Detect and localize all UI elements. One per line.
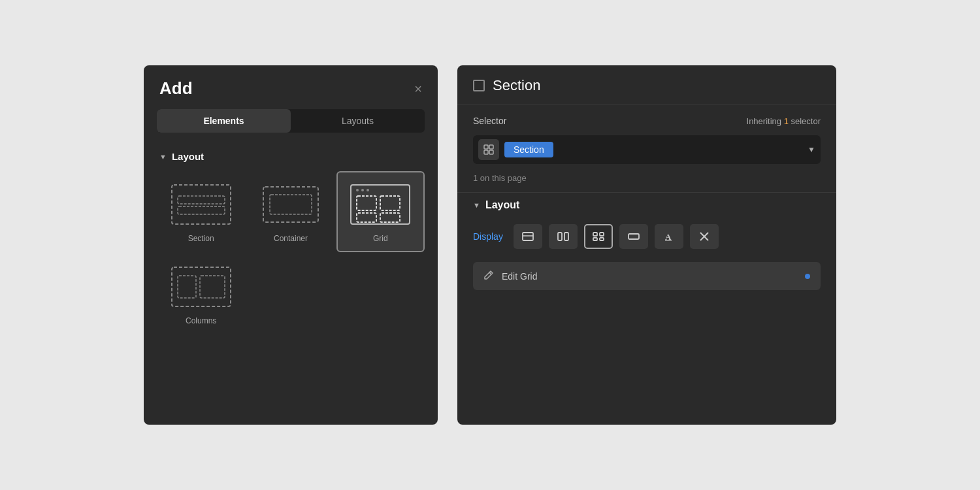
svg-rect-15 — [200, 276, 225, 298]
svg-rect-23 — [564, 233, 568, 240]
chevron-down-icon: ▼ — [159, 153, 167, 161]
layout-item-container[interactable]: Container — [246, 171, 335, 252]
layout-section-header: ▼ Layout — [144, 146, 438, 171]
layout-item-grid[interactable]: Grid — [336, 171, 425, 252]
display-btn-grid[interactable] — [584, 224, 613, 249]
svg-point-7 — [361, 189, 364, 191]
selector-label: Selector — [473, 116, 506, 126]
right-layout-header: ▼ Layout — [457, 192, 836, 221]
svg-rect-0 — [172, 185, 231, 224]
display-row: Display — [457, 221, 836, 262]
section-icon — [169, 182, 234, 227]
selector-bar[interactable]: Section ▼ — [473, 135, 821, 164]
tab-elements[interactable]: Elements — [157, 109, 291, 133]
layout-item-columns[interactable]: Columns — [157, 253, 245, 335]
display-btn-text[interactable]: A — [655, 224, 683, 249]
right-chevron-down-icon: ▼ — [473, 201, 480, 209]
display-btn-none[interactable] — [690, 224, 719, 249]
svg-rect-18 — [484, 150, 488, 154]
edit-grid-button[interactable]: Edit Grid — [473, 262, 821, 290]
svg-rect-13 — [172, 267, 231, 306]
section-checkbox-icon[interactable] — [473, 80, 485, 91]
layout-item-grid-label: Grid — [373, 234, 388, 243]
svg-rect-19 — [489, 150, 493, 154]
layout-item-container-label: Container — [274, 234, 308, 243]
page-count: 1 on this page — [457, 171, 836, 192]
svg-rect-25 — [600, 233, 604, 236]
svg-line-33 — [489, 272, 491, 274]
edit-grid-label: Edit Grid — [502, 271, 537, 282]
right-panel-title: Section — [493, 77, 540, 94]
selector-chevron-icon: ▼ — [808, 145, 815, 154]
svg-rect-4 — [270, 195, 312, 214]
left-panel-header: Add × — [144, 65, 438, 109]
svg-rect-26 — [593, 238, 597, 240]
display-btn-inline[interactable] — [619, 224, 648, 249]
display-btn-flex[interactable] — [549, 224, 578, 249]
columns-icon — [169, 264, 234, 310]
selector-icon-box — [478, 139, 499, 160]
svg-rect-2 — [178, 206, 225, 214]
svg-rect-22 — [558, 233, 562, 240]
inheriting-count: 1 — [784, 116, 791, 126]
right-panel-header: Section — [457, 65, 836, 105]
right-panel: Section Selector Inheriting 1 selector S… — [457, 65, 836, 425]
svg-point-8 — [367, 189, 369, 191]
svg-point-6 — [356, 189, 359, 191]
layout-item-section[interactable]: Section — [157, 171, 245, 252]
add-panel-title: Add — [159, 78, 193, 99]
grid-icon — [348, 182, 413, 227]
svg-rect-20 — [523, 233, 533, 240]
svg-rect-17 — [489, 145, 493, 149]
edit-grid-dot — [805, 274, 810, 279]
pencil-icon — [483, 270, 494, 282]
inheriting-text: Inheriting 1 selector — [747, 116, 821, 126]
svg-rect-3 — [263, 187, 318, 222]
display-btn-block[interactable] — [514, 224, 542, 249]
svg-rect-28 — [629, 234, 639, 239]
add-panel: Add × Elements Layouts ▼ Layout — [144, 65, 438, 425]
tab-layouts[interactable]: Layouts — [291, 109, 425, 133]
layout-item-columns-label: Columns — [186, 316, 216, 325]
selector-badge: Section — [504, 142, 553, 157]
layout-items-grid: Section Container — [144, 171, 438, 335]
tabs-row: Elements Layouts — [157, 109, 425, 133]
svg-rect-1 — [178, 196, 225, 204]
panels-wrapper: Add × Elements Layouts ▼ Layout — [144, 65, 836, 425]
display-label: Display — [473, 231, 503, 242]
layout-item-section-label: Section — [188, 234, 214, 243]
close-button[interactable]: × — [414, 82, 422, 95]
selector-row: Selector Inheriting 1 selector — [457, 105, 836, 133]
svg-rect-16 — [484, 145, 488, 149]
container-icon — [258, 182, 323, 227]
svg-rect-14 — [178, 276, 196, 298]
svg-rect-24 — [593, 233, 597, 236]
svg-rect-27 — [600, 238, 604, 240]
